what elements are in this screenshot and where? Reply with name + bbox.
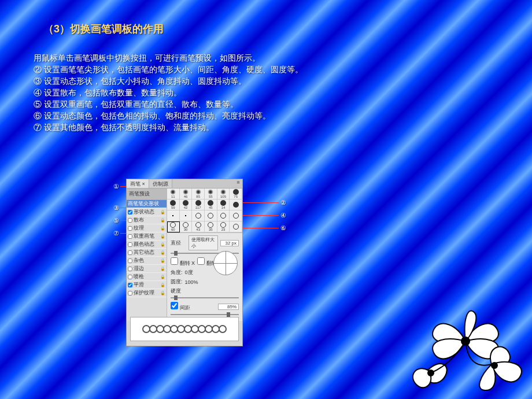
callout-4: ④: [280, 212, 286, 219]
brush-thumbnail[interactable]: 23: [217, 221, 230, 232]
brush-thumbnail[interactable]: 14: [217, 200, 230, 210]
text-line-4: ④ 设置散布，包括散布数量、数量抖动。: [34, 87, 303, 98]
opt-dual-brush[interactable]: 双重画笔🔒: [127, 232, 167, 241]
roundness-label: 圆度:: [171, 278, 183, 286]
brush-thumbnail[interactable]: 117: [192, 200, 205, 210]
brush-thumbnail[interactable]: [217, 210, 230, 221]
lock-icon: 🔒: [160, 258, 165, 263]
brush-thumbnail[interactable]: [230, 200, 242, 210]
callout-1: ①: [113, 183, 119, 190]
opt-airbrush[interactable]: 喷枪🔒: [127, 273, 167, 281]
brush-thumbnail[interactable]: 60: [167, 221, 180, 232]
brush-thumbnail[interactable]: 30: [180, 221, 193, 232]
callout-5: ⑤: [113, 217, 119, 224]
section-heading: （3）切换画笔调板的作用: [43, 22, 164, 36]
opt-smoothing[interactable]: 平滑🔒: [127, 281, 167, 289]
angle-preview-icon[interactable]: [213, 251, 238, 275]
panel-tabs: 画笔 × 仿制源 ≡: [127, 179, 242, 189]
diameter-label: 直径: [171, 239, 186, 247]
text-line-3: ③ 设置动态形状，包括大小抖动、角度抖动、圆度抖动等。: [34, 75, 303, 87]
text-line-5: ⑤ 设置双重画笔，包括双重画笔的直径、散布、数量等。: [34, 98, 303, 110]
brush-thumbnail[interactable]: 59: [167, 200, 180, 210]
opt-wet-edges[interactable]: 湿边🔒: [127, 265, 167, 273]
brush-thumbnail[interactable]: [205, 210, 217, 221]
brush-thumbnail[interactable]: 43: [192, 221, 205, 232]
lock-icon: 🔒: [160, 275, 165, 279]
opt-protect-texture[interactable]: 保护纹理🔒: [127, 289, 167, 297]
hardness-slider[interactable]: [171, 297, 239, 298]
spacing-slider[interactable]: [171, 314, 239, 315]
lock-icon: 🔒: [160, 283, 165, 287]
brush-thumbnail[interactable]: 11: [167, 189, 180, 200]
callout-7: ⑦: [113, 230, 119, 237]
use-sample-size-button[interactable]: 使用取样大小: [189, 235, 218, 250]
opt-other-dynamics[interactable]: 其它动态🔒: [127, 249, 167, 257]
lock-icon: 🔒: [160, 210, 165, 215]
lock-icon: 🔒: [160, 242, 165, 247]
brush-thumbnail[interactable]: [230, 210, 242, 221]
hardness-label: 硬度: [171, 287, 189, 295]
lock-icon: 🔒: [160, 291, 165, 295]
opt-scattering[interactable]: 散布🔒: [127, 216, 167, 224]
brush-stroke-preview: [130, 317, 239, 341]
panel-menu-icon[interactable]: ≡: [234, 179, 242, 188]
spacing-checkbox[interactable]: 间距: [171, 302, 190, 312]
brush-thumbnails: 1146855510575594211745146030433523 直径 使用…: [167, 189, 242, 321]
angle-value[interactable]: 0度: [185, 269, 193, 276]
brush-thumbnail[interactable]: 45: [205, 200, 217, 210]
brush-thumbnail[interactable]: 105: [217, 189, 230, 200]
callout-6: ⑥: [280, 224, 286, 232]
brush-thumbnail[interactable]: 42: [180, 200, 193, 210]
flip-x-checkbox[interactable]: 翻转 X: [171, 257, 195, 267]
description-text: 用鼠标单击画笔调板中切换按扭，可进行画笔预设，如图所示。 ② 设置画笔笔尖形状，…: [34, 52, 303, 133]
brush-thumbnail[interactable]: 85: [192, 189, 205, 200]
diameter-value[interactable]: 32 px: [220, 240, 239, 246]
brush-options-list: 画笔预设 画笔笔尖形状 形状动态🔒 散布🔒 纹理🔒 双重画笔🔒 颜色动态🔒 其它…: [127, 189, 167, 321]
brush-thumbnail[interactable]: 35: [205, 221, 217, 232]
opt-color-dynamics[interactable]: 颜色动态🔒: [127, 241, 167, 249]
brush-thumbnail[interactable]: 75: [230, 189, 242, 200]
text-line-1: 用鼠标单击画笔调板中切换按扭，可进行画笔预设，如图所示。: [34, 52, 303, 64]
tab-brush[interactable]: 画笔 ×: [127, 179, 149, 188]
roundness-value[interactable]: 100%: [185, 279, 198, 285]
brush-presets-header[interactable]: 画笔预设: [127, 189, 167, 200]
svg-point-1: [492, 363, 497, 368]
tab-clone-source[interactable]: 仿制源: [149, 179, 172, 188]
brush-thumbnail[interactable]: [192, 210, 205, 221]
lock-icon: 🔒: [160, 226, 165, 231]
spacing-value[interactable]: 85%: [218, 304, 239, 310]
text-line-2: ② 设置画笔笔尖形状，包括画笔的笔形大小、间距、角度、硬度、圆度等。: [34, 64, 303, 75]
lock-icon: 🔒: [160, 234, 165, 239]
text-line-7: ⑦ 设置其他颜色，包括不透明度抖动、流量抖动。: [34, 121, 303, 133]
brush-thumbnail[interactable]: [230, 221, 242, 232]
brush-thumbnail[interactable]: [167, 210, 180, 221]
opt-tip-shape[interactable]: 画笔笔尖形状: [127, 200, 167, 208]
brush-panel: 画笔 × 仿制源 ≡ 画笔预设 画笔笔尖形状 形状动态🔒 散布🔒 纹理🔒 双重画…: [126, 179, 243, 346]
opt-shape-dynamics[interactable]: 形状动态🔒: [127, 208, 167, 216]
brush-thumbnail[interactable]: 46: [180, 189, 193, 200]
lock-icon: 🔒: [160, 218, 165, 223]
callout-2: ②: [280, 199, 286, 206]
text-line-6: ⑥ 设置动态颜色，包括色相的抖动、饱和度的抖动、亮度抖动等。: [34, 110, 303, 121]
callout-3: ③: [113, 204, 119, 212]
lock-icon: 🔒: [160, 250, 165, 255]
opt-noise[interactable]: 杂色🔒: [127, 257, 167, 265]
brush-thumbnail[interactable]: [180, 210, 193, 221]
flower-decoration-icon: [405, 289, 526, 393]
angle-label: 角度:: [171, 269, 183, 276]
opt-texture[interactable]: 纹理🔒: [127, 224, 167, 232]
brush-thumbnail[interactable]: 55: [205, 189, 217, 200]
lock-icon: 🔒: [160, 267, 165, 271]
